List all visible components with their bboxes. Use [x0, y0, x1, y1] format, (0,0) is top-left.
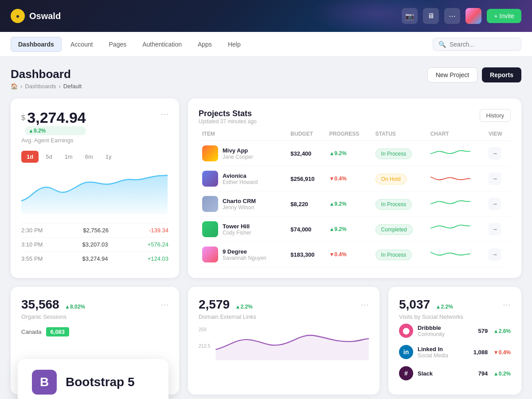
social-icon-0: ⬤: [399, 324, 413, 338]
view-btn-3[interactable]: →: [489, 223, 501, 235]
nav-pages[interactable]: Pages: [102, 37, 134, 51]
reports-button[interactable]: Reports: [482, 67, 521, 82]
view-btn-1[interactable]: →: [489, 172, 501, 185]
share-icon-btn[interactable]: ⋯: [444, 8, 460, 24]
table-row: Charto CRM Jenny Wilson $8,220 ▲9.2% In …: [199, 192, 511, 217]
breadcrumb: 🏠 › Dashboards › Default: [11, 83, 82, 90]
cell-view-2[interactable]: →: [485, 192, 511, 217]
time-1: 2:30 PM: [21, 227, 43, 234]
screen-icon-btn[interactable]: 🖥: [423, 8, 439, 24]
cell-budget-3: $74,000: [287, 217, 325, 242]
camera-icon-btn[interactable]: 📷: [402, 8, 418, 24]
proj-icon-2: [202, 196, 218, 212]
table-row: Tower Hill Cody Fisher $74,000 ▲9.2% Com…: [199, 217, 511, 242]
social-more-icon[interactable]: ⋯: [503, 300, 511, 309]
nav-apps[interactable]: Apps: [191, 37, 219, 51]
avatar[interactable]: [466, 8, 481, 24]
breadcrumb-default: Default: [63, 83, 82, 90]
social-info-2: # Slack: [399, 366, 433, 380]
cell-view-0[interactable]: →: [485, 141, 511, 166]
country-row: Canada 6,083: [21, 327, 168, 336]
nav-help[interactable]: Help: [221, 37, 248, 51]
domain-chart: 250 212.5: [199, 325, 369, 363]
invite-button[interactable]: + Invite: [487, 9, 521, 23]
cell-status-4: In Process: [372, 242, 427, 267]
new-project-button[interactable]: New Project: [427, 67, 477, 82]
proj-info-0: Mivy App Jane Cooper: [223, 147, 253, 160]
social-text-1: Linked In Social Media: [418, 346, 448, 359]
organic-sessions-header: 35,568 ▲8.02%: [21, 297, 85, 312]
cell-chart-4: [427, 242, 485, 267]
cell-item-1: Avionica Esther Howard: [199, 166, 287, 192]
cell-status-2: In Process: [372, 192, 427, 217]
page-header: Dashboard 🏠 › Dashboards › Default New P…: [11, 67, 521, 90]
organic-more-icon[interactable]: ⋯: [160, 300, 168, 309]
tab-5d[interactable]: 5d: [40, 151, 57, 163]
top-header: ● Oswald 📷 🖥 ⋯ + Invite: [0, 0, 532, 32]
cell-budget-2: $8,220: [287, 192, 325, 217]
country-value: 6,083: [46, 327, 70, 336]
bootstrap-promo: B Bootstrap 5: [18, 359, 168, 399]
nav-authentication[interactable]: Authentication: [135, 37, 189, 51]
cell-item-2: Charto CRM Jenny Wilson: [199, 192, 287, 217]
proj-sparkline-4: [430, 248, 481, 261]
cell-chart-1: [427, 166, 485, 192]
proj-budget-1: $256,910: [290, 176, 314, 182]
search-bar: 🔍: [433, 38, 521, 51]
proj-name-2: Charto CRM: [223, 198, 256, 204]
view-btn-2[interactable]: →: [489, 198, 501, 210]
time-tabs: 1d 5d 1m 6m 1y: [21, 151, 168, 163]
social-change-1: ▼0.4%: [493, 349, 511, 356]
search-input[interactable]: [450, 41, 516, 48]
time-2: 3:10 PM: [21, 241, 43, 248]
time-row-1: 2:30 PM $2,756.26 -139.34: [21, 223, 168, 237]
cell-status-1: On Hold: [372, 166, 427, 192]
tab-6m[interactable]: 6m: [80, 151, 98, 163]
domain-links-header: 2,579 ▲2.2%: [199, 297, 253, 312]
logo-text: Oswald: [29, 11, 61, 21]
cell-item-3: Tower Hill Cody Fisher: [199, 217, 287, 242]
domain-more-icon[interactable]: ⋯: [361, 300, 369, 309]
cell-view-3[interactable]: →: [485, 217, 511, 242]
social-name-1: Linked In: [418, 346, 448, 352]
cell-progress-3: ▲9.2%: [325, 217, 372, 242]
nav-dashboards[interactable]: Dashboards: [11, 37, 62, 52]
currency-symbol: $: [21, 114, 25, 121]
proj-name-3: Tower Hill: [223, 223, 251, 230]
value-3: $3,274.94: [82, 255, 108, 262]
history-button[interactable]: History: [480, 109, 511, 122]
earnings-badge: ▲9.2%: [25, 126, 86, 135]
time-row-2: 3:10 PM $3,207.03 +576.24: [21, 237, 168, 251]
tab-1d[interactable]: 1d: [21, 151, 39, 163]
view-btn-4[interactable]: →: [489, 248, 501, 261]
tab-1y[interactable]: 1y: [100, 151, 117, 163]
search-icon: 🔍: [438, 41, 446, 48]
social-text-0: Dribbble Community: [418, 325, 445, 337]
more-options-icon[interactable]: ⋯: [160, 109, 168, 119]
proj-icon-4: [202, 246, 218, 262]
cell-chart-2: [427, 192, 485, 217]
proj-budget-0: $32,400: [290, 150, 311, 157]
proj-info-4: 9 Degree Savannah Nguyen: [223, 248, 266, 261]
social-networks-card: 5,037 ▲2.2% ⋯ Visits by Social Networks …: [388, 287, 521, 395]
cell-view-1[interactable]: →: [485, 166, 511, 192]
tab-1m[interactable]: 1m: [59, 151, 78, 163]
social-change-2: ▲0.2%: [493, 371, 511, 377]
proj-status-3: Completed: [376, 224, 413, 235]
breadcrumb-dashboards[interactable]: Dashboards: [25, 83, 56, 90]
navigation-bar: Dashboards Account Pages Authentication …: [0, 32, 532, 57]
domain-links-label: Domain External Links: [199, 313, 369, 320]
proj-info-3: Tower Hill Cody Fisher: [223, 223, 251, 236]
logo-area: ● Oswald: [11, 9, 61, 23]
view-btn-0[interactable]: →: [489, 147, 501, 160]
social-icon-2: #: [399, 366, 413, 380]
social-icon-1: in: [399, 345, 413, 359]
cell-view-4[interactable]: →: [485, 242, 511, 267]
proj-info-1: Avionica Esther Howard: [223, 172, 258, 185]
proj-person-4: Savannah Nguyen: [223, 255, 266, 261]
nav-account[interactable]: Account: [63, 37, 100, 51]
proj-name-4: 9 Degree: [223, 248, 266, 255]
social-badge: ▲2.2%: [436, 304, 453, 310]
social-value-2: 794: [478, 370, 488, 377]
social-stats-0: 579 ▲2.6%: [478, 327, 511, 335]
